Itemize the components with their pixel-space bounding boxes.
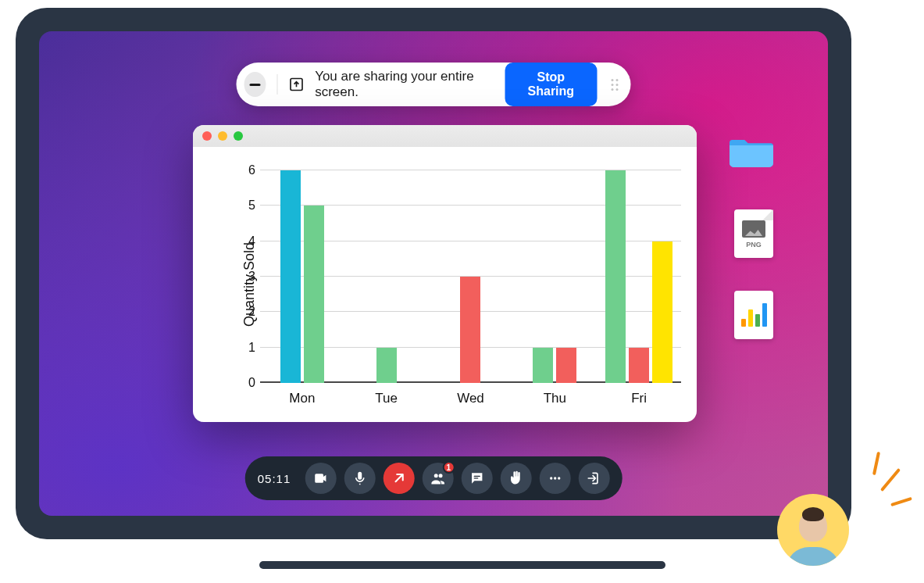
- ytick-label: 4: [243, 234, 255, 249]
- ytick-label: 5: [243, 199, 255, 213]
- image-thumb-icon: [742, 220, 765, 238]
- bar: [556, 348, 576, 383]
- microphone-button[interactable]: [344, 463, 375, 494]
- svg-point-5: [558, 477, 560, 479]
- share-status-text: You are sharing your entire screen.: [315, 69, 494, 100]
- ytick-label: 2: [243, 305, 255, 319]
- bar: [376, 348, 397, 383]
- svg-point-3: [550, 477, 552, 479]
- minimize-button[interactable]: [244, 72, 266, 97]
- chat-icon: [469, 470, 484, 486]
- home-indicator: [259, 561, 665, 569]
- bar: [280, 170, 301, 383]
- screen-share-bar: You are sharing your entire screen. Stop…: [237, 63, 631, 106]
- bar: [629, 348, 649, 383]
- camera-icon: [312, 470, 328, 486]
- more-horizontal-icon: [547, 470, 562, 486]
- stop-sharing-button[interactable]: Stop Sharing: [505, 63, 597, 106]
- desktop-screen: You are sharing your entire screen. Stop…: [39, 31, 828, 516]
- device-frame: You are sharing your entire screen. Stop…: [16, 8, 851, 539]
- png-file-label: PNG: [746, 241, 762, 249]
- arrow-up-right-icon: [391, 470, 406, 486]
- avatar[interactable]: [777, 494, 849, 566]
- folder-icon[interactable]: [730, 133, 773, 167]
- ytick-label: 1: [243, 341, 255, 355]
- screen-share-button[interactable]: [383, 463, 414, 494]
- divider: [276, 74, 277, 95]
- share-screen-icon: [288, 77, 304, 92]
- chart-window: Quantity Sold 0123456 MonTueWedThuFri: [193, 125, 697, 422]
- leave-icon: [586, 470, 601, 486]
- bar-group: [344, 170, 429, 383]
- participants-badge: 1: [442, 461, 455, 474]
- png-file-icon[interactable]: PNG: [734, 209, 773, 258]
- xtick-label: Wed: [429, 391, 513, 410]
- ytick-label: 3: [243, 270, 255, 284]
- raise-hand-icon: [508, 470, 523, 486]
- microphone-icon: [351, 470, 367, 486]
- drag-handle-icon[interactable]: [612, 79, 619, 91]
- window-minimize-icon[interactable]: [218, 131, 227, 141]
- bar-group: [512, 170, 597, 383]
- xtick-label: Mon: [260, 391, 344, 410]
- bar: [652, 241, 672, 383]
- bar: [460, 277, 480, 383]
- meeting-control-bar: 05:11 1: [245, 456, 623, 500]
- bar-group: [597, 170, 681, 383]
- chart-body: Quantity Sold 0123456 MonTueWedThuFri: [193, 147, 697, 422]
- chart-plot-area: 0123456: [260, 170, 681, 383]
- chat-button[interactable]: [461, 463, 492, 494]
- more-button[interactable]: [539, 463, 570, 494]
- svg-point-4: [554, 477, 556, 479]
- meeting-timer: 05:11: [258, 472, 291, 485]
- window-maximize-icon[interactable]: [234, 131, 243, 141]
- svg-rect-2: [473, 477, 478, 478]
- bar: [304, 206, 324, 383]
- raise-hand-button[interactable]: [500, 463, 531, 494]
- bar-chart-icon: [741, 303, 767, 327]
- people-icon: [430, 470, 445, 486]
- bar-group: [429, 170, 513, 383]
- bar-group: [260, 170, 344, 383]
- leave-button[interactable]: [578, 463, 609, 494]
- ytick-label: 0: [243, 376, 255, 390]
- participants-button[interactable]: 1: [422, 463, 453, 494]
- xtick-label: Fri: [597, 391, 681, 410]
- chart-xlabels: MonTueWedThuFri: [260, 391, 681, 410]
- chart-file-icon[interactable]: [734, 291, 773, 339]
- ytick-label: 6: [243, 163, 255, 177]
- window-titlebar[interactable]: [193, 125, 697, 147]
- xtick-label: Tue: [344, 391, 429, 410]
- camera-button[interactable]: [305, 463, 336, 494]
- window-close-icon[interactable]: [202, 131, 212, 141]
- bar: [605, 170, 626, 383]
- bar: [533, 348, 553, 383]
- svg-rect-1: [473, 476, 480, 477]
- xtick-label: Thu: [512, 391, 597, 410]
